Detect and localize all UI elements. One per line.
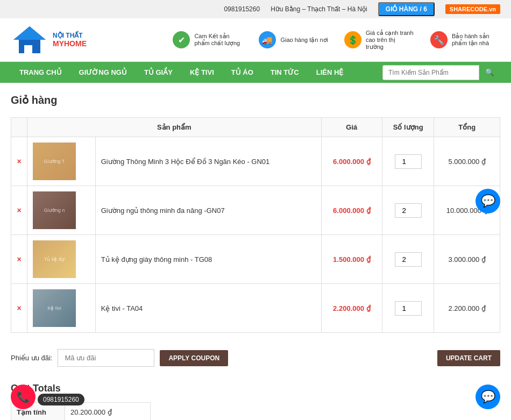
logo-icon: NỘI THẤT MYHOME (11, 24, 48, 56)
warranty-text: Bảo hành sản phẩm tận nhà (452, 33, 500, 47)
svg-rect-1 (24, 45, 30, 53)
messenger-float-bottom[interactable]: 💬 (475, 385, 500, 409)
total-cell-2: 3.000.000 ₫ (434, 235, 500, 284)
product-image-2: Tủ kệ đự (33, 240, 76, 278)
price-3: 2.200.000 ₫ (333, 304, 370, 312)
nav-tu-giay[interactable]: TỦ GIẦY (136, 62, 181, 83)
col-price: Giá (321, 118, 382, 137)
sharecode-badge: SHARECODE.vn (445, 4, 500, 14)
product-name-cell-0: Giường Thông Minh 3 Hộc Để Đồ 3 Ngăn Kéo… (95, 137, 321, 186)
quality-text: Cam Kết sản phẩm chất lượng (194, 33, 243, 47)
table-row: × Kệ tivi Kệ tivi - TA04 2.200.000 ₫ 2.2… (11, 284, 500, 333)
qty-cell-3 (382, 284, 434, 333)
price-0: 6.000.000 ₫ (333, 158, 370, 166)
product-img-cell-1: Giường n (27, 186, 96, 235)
remove-cell: × (11, 186, 27, 235)
qty-cell-0 (382, 137, 434, 186)
product-img-cell-0: Giường T (27, 137, 96, 186)
remove-button-1[interactable]: × (17, 206, 21, 215)
table-row: × Giường T Giường Thông Minh 3 Hộc Để Đồ… (11, 137, 500, 186)
logo-text: NỘI THẤT MYHOME (53, 32, 87, 48)
price-1: 6.000.000 ₫ (333, 207, 370, 215)
nav-lien-he[interactable]: LIÊN HỆ (308, 62, 352, 83)
product-name-cell-1: Giường ngủ thông minh đa năng -GN07 (95, 186, 321, 235)
features-area: ✔ Cam Kết sản phẩm chất lượng 🚚 Giao hàn… (173, 30, 500, 51)
col-remove (11, 118, 27, 137)
remove-button-2[interactable]: × (17, 255, 21, 264)
price-cell-2: 1.500.000 ₫ (321, 235, 382, 284)
price-cell-0: 6.000.000 ₫ (321, 137, 382, 186)
col-total: Tổng (434, 118, 500, 137)
remove-button-0[interactable]: × (17, 157, 21, 166)
svg-marker-2 (13, 26, 46, 40)
apply-coupon-button[interactable]: APPLY COUPON (160, 350, 228, 366)
search-area: 🔍 (382, 65, 500, 80)
total-3: 2.200.000 ₫ (448, 304, 485, 312)
phone-float[interactable]: 📞 (11, 385, 36, 409)
topbar-phone: 0981915260 (224, 5, 260, 13)
header: NỘI THẤT MYHOME NỘI THẤT MYHOME ✔ Cam Kế… (0, 18, 511, 62)
price-cell-3: 2.200.000 ₫ (321, 284, 382, 333)
qty-input-1[interactable] (395, 203, 422, 218)
messenger-icon-bottom: 💬 (481, 390, 495, 404)
feature-warranty: 🔧 Bảo hành sản phẩm tận nhà (430, 30, 500, 51)
coupon-left: Phiếu ưu đãi: APPLY COUPON (11, 349, 228, 367)
nav-ke-tivi[interactable]: KỆ TIVI (181, 62, 223, 83)
product-name-cell-3: Kệ tivi - TA04 (95, 284, 321, 333)
price-icon: 💲 (344, 31, 361, 48)
table-row: × Giường n Giường ngủ thông minh đa năng… (11, 186, 500, 235)
qty-input-3[interactable] (395, 301, 422, 316)
coupon-input[interactable] (58, 349, 154, 367)
price-cell-1: 6.000.000 ₫ (321, 186, 382, 235)
qty-cell-2 (382, 235, 434, 284)
product-img-cell-2: Tủ kệ đự (27, 235, 96, 284)
cart-table: Sản phẩm Giá Số lượng Tổng × Giường T Gi… (11, 117, 500, 333)
qty-cell-1 (382, 186, 434, 235)
delivery-icon: 🚚 (259, 31, 276, 48)
nav-trang-chu[interactable]: TRANG CHỦ (11, 62, 70, 83)
col-qty: Số lượng (382, 118, 434, 137)
product-name-1: Giường ngủ thông minh đa năng -GN07 (101, 207, 225, 215)
product-name-cell-2: Tủ kệ đựng giày thông minh - TG08 (95, 235, 321, 284)
remove-cell: × (11, 284, 27, 333)
nav-tu-ao[interactable]: TỦ ÁO (223, 62, 262, 83)
update-cart-button[interactable]: UPDATE CART (437, 350, 500, 366)
qty-input-2[interactable] (395, 252, 422, 267)
product-image-3: Kệ tivi (33, 289, 76, 327)
search-input[interactable] (382, 65, 479, 80)
topbar-address: Hữu Bằng – Thạch Thất – Hà Nội (271, 5, 367, 13)
remove-cell: × (11, 235, 27, 284)
total-cell-0: 5.000.000 ₫ (434, 137, 500, 186)
phone-float-icon: 📞 (17, 390, 30, 403)
main-content: Giỏ hàng Sản phẩm Giá Số lượng Tổng × Gi… (0, 83, 511, 420)
coupon-label: Phiếu ưu đãi: (11, 354, 52, 362)
product-name-3: Kệ tivi - TA04 (101, 304, 143, 312)
phone-float-label: 0981915260 (38, 394, 84, 405)
cart-totals-title: Cart Totals (11, 383, 500, 394)
product-name-2: Tủ kệ đựng giày thông minh - TG08 (101, 255, 212, 264)
price-2: 1.500.000 ₫ (333, 255, 370, 264)
qty-input-0[interactable] (395, 154, 422, 169)
cart-button[interactable]: GIỎ HÀNG / 6 (378, 2, 435, 16)
quality-icon: ✔ (173, 31, 190, 48)
remove-button-3[interactable]: × (17, 304, 21, 312)
product-name-0: Giường Thông Minh 3 Hộc Để Đồ 3 Ngăn Kéo… (101, 158, 270, 166)
feature-delivery: 🚚 Giao hàng tận nơi (259, 30, 328, 51)
warranty-icon: 🔧 (430, 31, 448, 48)
nav-giuong-ngu[interactable]: GIƯỜNG NGỦ (70, 62, 136, 83)
table-row: × Tủ kệ đự Tủ kệ đựng giày thông minh - … (11, 235, 500, 284)
feature-quality: ✔ Cam Kết sản phẩm chất lượng (173, 30, 243, 51)
top-bar: 0981915260 Hữu Bằng – Thạch Thất – Hà Nộ… (0, 0, 511, 18)
total-0: 5.000.000 ₫ (448, 158, 485, 166)
product-img-cell-3: Kệ tivi (27, 284, 96, 333)
feature-price: 💲 Giá cả cạnh tranh cao trên thị trường (344, 30, 414, 51)
product-image-1: Giường n (33, 191, 76, 229)
logo-area: NỘI THẤT MYHOME NỘI THẤT MYHOME (11, 24, 87, 56)
messenger-icon-mid: 💬 (481, 194, 495, 208)
coupon-row: Phiếu ưu đãi: APPLY COUPON UPDATE CART (11, 344, 500, 372)
search-button[interactable]: 🔍 (479, 65, 500, 80)
col-product: Sản phẩm (27, 118, 322, 137)
nav-tin-tuc[interactable]: TIN TỨC (262, 62, 308, 83)
delivery-text: Giao hàng tận nơi (280, 37, 328, 44)
page-title: Giỏ hàng (11, 94, 500, 106)
